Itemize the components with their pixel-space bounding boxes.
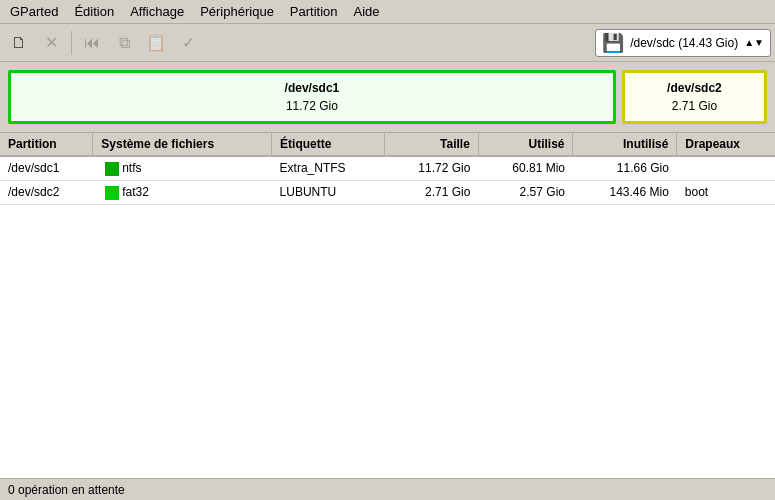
partition-table-container: PartitionSystème de fichiersÉtiquetteTai… xyxy=(0,132,775,478)
menu-item-edition[interactable]: Édition xyxy=(68,2,120,21)
col-header-flags[interactable]: Drapeaux xyxy=(677,133,775,156)
disk-partition-sdc1[interactable]: /dev/sdc1 11.72 Gio xyxy=(8,70,616,124)
cell-flags xyxy=(677,156,775,180)
toolbar-btn-cancel: ✕ xyxy=(36,28,66,58)
cell-filesystem: ntfs xyxy=(93,156,272,180)
cell-partition: /dev/sdc2 xyxy=(0,180,93,204)
cell-flags: boot xyxy=(677,180,775,204)
col-header-partition[interactable]: Partition xyxy=(0,133,93,156)
col-header-used[interactable]: Utilisé xyxy=(478,133,573,156)
disk-visual: /dev/sdc1 11.72 Gio /dev/sdc2 2.71 Gio xyxy=(0,62,775,132)
menu-item-peripherique[interactable]: Périphérique xyxy=(194,2,280,21)
cell-size: 2.71 Gio xyxy=(385,180,479,204)
col-header-label[interactable]: Étiquette xyxy=(272,133,385,156)
cell-unused: 143.46 Mio xyxy=(573,180,677,204)
disk-partition-sdc2[interactable]: /dev/sdc2 2.71 Gio xyxy=(622,70,767,124)
toolbar-btn-apply: ✓ xyxy=(173,28,203,58)
table-row[interactable]: /dev/sdc2 fat32LUBUNTU2.71 Gio2.57 Gio14… xyxy=(0,180,775,204)
partition-size: 11.72 Gio xyxy=(286,97,338,115)
cell-used: 2.57 Gio xyxy=(478,180,573,204)
device-selector[interactable]: 💾 /dev/sdc (14.43 Gio) ▲▼ xyxy=(595,29,771,57)
toolbar: 🗋✕⏮⧉📋✓ 💾 /dev/sdc (14.43 Gio) ▲▼ xyxy=(0,24,775,62)
toolbar-btn-new[interactable]: 🗋 xyxy=(4,28,34,58)
cell-unused: 11.66 Gio xyxy=(573,156,677,180)
toolbar-btn-rewind: ⏮ xyxy=(77,28,107,58)
cell-used: 60.81 Mio xyxy=(478,156,573,180)
partition-label: /dev/sdc2 xyxy=(667,79,722,97)
partition-label: /dev/sdc1 xyxy=(285,79,340,97)
toolbar-btn-copy: ⧉ xyxy=(109,28,139,58)
col-header-size[interactable]: Taille xyxy=(385,133,479,156)
device-icon: 💾 xyxy=(602,32,624,54)
fs-color-box xyxy=(105,186,119,200)
cell-size: 11.72 Gio xyxy=(385,156,479,180)
device-arrow-icon: ▲▼ xyxy=(744,37,764,48)
fs-color-box xyxy=(105,162,119,176)
cell-label: Extra_NTFS xyxy=(272,156,385,180)
device-label: /dev/sdc (14.43 Gio) xyxy=(630,36,738,50)
cell-label: LUBUNTU xyxy=(272,180,385,204)
status-text: 0 opération en attente xyxy=(8,483,125,497)
menu-item-partition[interactable]: Partition xyxy=(284,2,344,21)
menubar: GPartedÉditionAffichagePériphériqueParti… xyxy=(0,0,775,24)
partition-size: 2.71 Gio xyxy=(672,97,717,115)
cell-filesystem: fat32 xyxy=(93,180,272,204)
toolbar-separator xyxy=(71,31,72,55)
partition-table: PartitionSystème de fichiersÉtiquetteTai… xyxy=(0,133,775,205)
toolbar-btn-paste: 📋 xyxy=(141,28,171,58)
menu-item-gparted[interactable]: GParted xyxy=(4,2,64,21)
col-header-filesystem[interactable]: Système de fichiers xyxy=(93,133,272,156)
col-header-unused[interactable]: Inutilisé xyxy=(573,133,677,156)
cell-partition: /dev/sdc1 xyxy=(0,156,93,180)
table-row[interactable]: /dev/sdc1 ntfsExtra_NTFS11.72 Gio60.81 M… xyxy=(0,156,775,180)
menu-item-aide[interactable]: Aide xyxy=(348,2,386,21)
menu-item-affichage[interactable]: Affichage xyxy=(124,2,190,21)
statusbar: 0 opération en attente xyxy=(0,478,775,500)
